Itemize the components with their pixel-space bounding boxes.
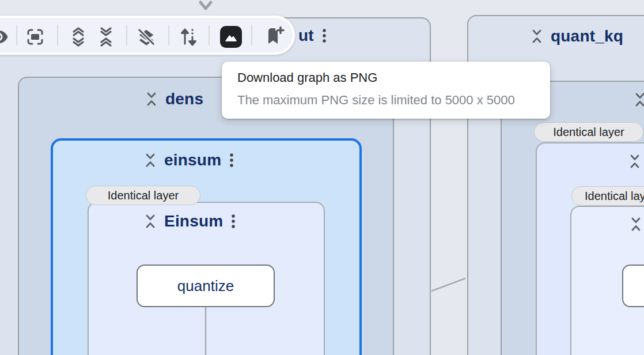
identical-layer-badge: Identical layer: [86, 186, 200, 205]
tooltip-subtitle: The maximum PNG size is limited to 5000 …: [237, 93, 550, 108]
collapse-layer-icon[interactable]: [144, 213, 157, 230]
op-node-quantize[interactable]: quantize: [137, 265, 275, 307]
group-title-einsum: einsum: [164, 151, 221, 169]
edge-cross-group: [431, 278, 465, 291]
overflow-menu-icon[interactable]: [229, 152, 234, 169]
collapse-layer-icon[interactable]: [144, 152, 157, 169]
group-title-quant-kq: quant_kq: [551, 27, 623, 46]
group-header-quant-kq: quant_kq: [531, 27, 623, 46]
fit-graph-to-screen-icon[interactable]: [25, 27, 46, 47]
incoming-edge-arrow-icon: [200, 2, 211, 9]
add-bookmark-icon[interactable]: [264, 26, 285, 47]
group-header-einsum-inner: Einsum: [144, 212, 236, 231]
collapse-layer-icon[interactable]: [628, 153, 641, 170]
collapse-layer-icon[interactable]: [145, 90, 158, 108]
toolbar-divider: [209, 25, 210, 46]
collapse-layer-icon[interactable]: [634, 91, 644, 108]
op-node-right-cut[interactable]: [622, 265, 644, 307]
group-header-dens: dens: [145, 90, 203, 108]
download-png-tooltip: Download graph as PNG The maximum PNG si…: [222, 62, 550, 119]
op-node-label: quantize: [177, 277, 234, 295]
expand-all-layers-icon[interactable]: [69, 27, 88, 47]
hide-layers-icon[interactable]: [137, 27, 156, 47]
model-graph-canvas: ut dens einsum Identical layer Einsum: [0, 0, 644, 355]
visibility-eye-icon[interactable]: [0, 27, 9, 47]
toolbar-divider: [126, 25, 127, 46]
tooltip-title: Download graph as PNG: [237, 70, 550, 85]
overflow-menu-icon[interactable]: [321, 27, 327, 44]
group-header-right-b: [628, 153, 641, 170]
group-header-right-a: [634, 91, 644, 108]
image-mountain-icon: [223, 29, 238, 44]
toolbar-divider: [16, 25, 17, 46]
group-header-einsum: einsum: [144, 151, 234, 169]
collapse-layer-icon[interactable]: [630, 216, 642, 233]
collapse-layer-icon[interactable]: [531, 28, 543, 45]
collapse-all-layers-icon[interactable]: [97, 27, 115, 47]
identical-layer-badge: Identical layer: [534, 122, 643, 142]
toolbar-divider: [57, 25, 58, 46]
toolbar-divider: [251, 25, 252, 46]
download-png-button[interactable]: [220, 26, 242, 48]
group-title-left-outer: ut: [298, 27, 314, 45]
group-header-left-outer: ut: [298, 27, 327, 45]
adjust-layer-height-icon[interactable]: [179, 27, 198, 47]
overflow-menu-icon[interactable]: [230, 213, 236, 230]
toolbar-divider: [168, 25, 169, 46]
group-title-dens: dens: [165, 90, 203, 108]
group-header-right-c: [630, 216, 642, 233]
identical-layer-badge: Identical layer: [571, 186, 644, 206]
group-title-einsum-inner: Einsum: [164, 212, 223, 231]
